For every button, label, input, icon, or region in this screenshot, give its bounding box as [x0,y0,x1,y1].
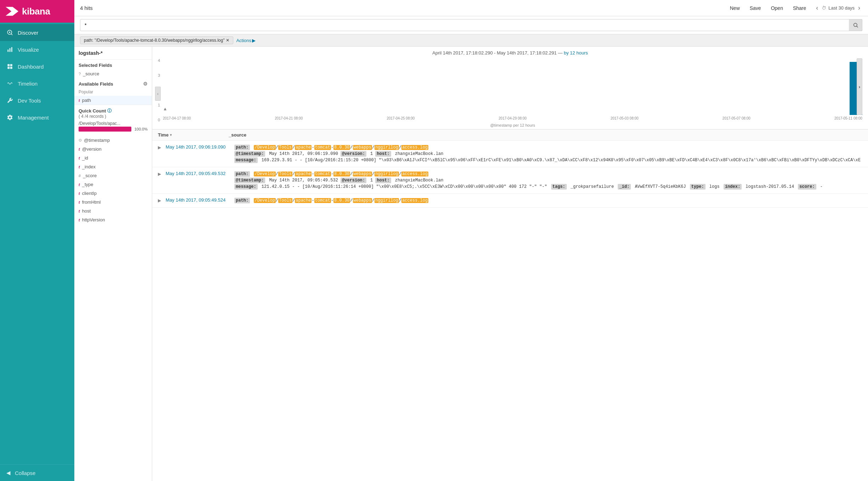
field-version[interactable]: t @version [74,145,152,153]
host-label: host: [375,151,391,157]
field-t7-icon: t [79,209,80,213]
search-button[interactable] [849,19,862,31]
highlight2-develop: /Develop [254,172,276,176]
source-column-header: _source [229,132,862,138]
field-hash-icon: # [79,174,81,178]
filter-tag[interactable]: path: "/Develop/Tools/apache-tomcat-8.0.… [80,36,233,44]
actions-chevron-icon: ▶ [252,38,256,43]
sidebar-item-timelion[interactable]: Timelion [0,75,74,92]
sidebar-label-visualize: Visualize [18,47,39,53]
sidebar-item-discover[interactable]: Discover [0,24,74,41]
time-column-header[interactable]: Time ▾ [158,132,229,138]
content-area: logstash-* Selected Fields ? _source Ava… [74,47,868,481]
sidebar-item-management[interactable]: Management [0,109,74,126]
sort-icon: ▾ [170,133,172,137]
open-button[interactable]: Open [769,4,785,12]
management-icon [6,114,13,121]
available-fields-header: Available Fields ⚙ [74,78,152,88]
highlight3-version: 8.0.30 [333,198,350,203]
sidebar-item-visualize[interactable]: Visualize [0,41,74,58]
field-host[interactable]: t host [74,207,152,215]
highlight-develop: /Develop [254,145,276,150]
selected-fields-header: Selected Fields [74,60,152,69]
collapse-button[interactable]: ◀ Collapse [0,464,74,481]
quick-count-section: Quick Count ⓘ ( 4 /4 records ) /Develop/… [74,105,152,136]
share-button[interactable]: Share [791,4,808,12]
search-bar [74,16,868,34]
highlight3-accesslog: access.log [401,198,428,203]
highlight-tools: Tools [278,145,292,150]
time-range[interactable]: ⏱ Last 30 days [822,5,855,11]
svg-rect-2 [10,48,11,52]
field-fromhtml[interactable]: t fromHtml [74,198,152,207]
chart-wrapper: ‹ 4 3 2 1 0 2017-04-17 08:00 [158,58,862,129]
nav-menu: Discover Visualize Dashboard Timelion De… [0,23,74,464]
highlight2-version: 8.0.30 [333,172,350,176]
field-clientip[interactable]: t clientIp [74,189,152,198]
count-label: /Develop/Tools/apac... [79,121,148,126]
field-score[interactable]: # _score [74,171,152,180]
field-timestamp[interactable]: ⊙ @timestamp [74,136,152,145]
time-nav: ‹ ⏱ Last 30 days › [814,4,862,12]
up-arrow-button[interactable]: ▲ [163,106,167,111]
sidebar-label-discover: Discover [18,30,38,36]
sidebar-item-dashboard[interactable]: Dashboard [0,58,74,75]
expand-button[interactable]: ▶ [158,145,163,150]
clock-icon: ⏱ [822,5,826,11]
x-axis: 2017-04-17 08:00 2017-04-21 08:00 2017-0… [163,116,862,122]
filter-actions[interactable]: Actions ▶ [236,38,256,43]
field-t3-icon: t [79,165,80,169]
path-label-2: path: [234,171,250,177]
expand-button[interactable]: ▶ [158,172,163,176]
svg-rect-3 [11,47,12,52]
main-area: 4 hits New Save Open Share ‹ ⏱ Last 30 d… [74,0,868,481]
table-row: ▶ May 14th 2017, 09:05:49.524 path: /Dev… [152,194,868,208]
result-time[interactable]: May 14th 2017, 09:05:49.532 [166,171,232,176]
save-button[interactable]: Save [748,4,763,12]
app-title: kibana [22,6,50,17]
field-id[interactable]: t _id [74,153,152,162]
next-time-button[interactable]: › [856,4,862,12]
results-area: Time ▾ _source ▶ May 14th 2017, 09:06:19… [152,129,868,481]
table-row: ▶ May 14th 2017, 09:05:49.532 path: /Dev… [152,167,868,194]
version-label-2: @version: [341,178,366,183]
svg-rect-5 [10,64,12,66]
expand-button[interactable]: ▶ [158,198,163,203]
field-index[interactable]: t _index [74,162,152,171]
gear-icon[interactable]: ⚙ [143,81,148,87]
sidebar-label-devtools: Dev Tools [18,98,41,104]
highlight-webapps: webapps [353,145,372,150]
bars-area [163,58,862,115]
field-path[interactable]: t path [74,96,152,105]
result-time[interactable]: May 14th 2017, 09:05:49.524 [166,197,232,203]
field-source[interactable]: ? _source [74,69,152,78]
message-label: message: [234,157,258,163]
count-item: /Develop/Tools/apac... 100.0% [79,121,148,132]
field-httpversion[interactable]: t httpVersion [74,215,152,224]
quick-count-sub: ( 4 /4 records ) [79,114,148,119]
search-input[interactable] [80,19,862,31]
main-panel: April 14th 2017, 17:18:02.290 - May 14th… [152,47,868,481]
collapse-icon: ◀ [6,470,11,476]
prev-time-button[interactable]: ‹ [814,4,820,12]
count-bar-fill [79,127,131,132]
new-button[interactable]: New [728,4,742,12]
results-header: Time ▾ _source [152,129,868,141]
field-type-icon: ? [79,72,81,76]
field-t2-icon: t [79,156,80,160]
field-type-t-icon: t [79,98,80,103]
chart-right-collapse-button[interactable]: › [857,58,862,115]
topbar: 4 hits New Save Open Share ‹ ⏱ Last 30 d… [74,0,868,16]
logo-area[interactable]: kibana [0,0,74,23]
chart-by-12-hours-link[interactable]: by 12 hours [564,50,588,56]
chart-collapse-button[interactable]: ‹ [155,87,161,101]
field-type[interactable]: t _type [74,180,152,189]
sidebar-label-dashboard: Dashboard [18,64,44,70]
chart-header: April 14th 2017, 17:18:02.290 - May 14th… [158,50,862,56]
quick-count-header: Quick Count ⓘ [79,108,148,114]
result-time[interactable]: May 14th 2017, 09:06:19.090 [166,144,232,150]
highlight-accesslog: access.log [401,145,428,150]
sidebar-item-devtools[interactable]: Dev Tools [0,92,74,109]
index-selector[interactable]: logstash-* [74,47,152,60]
host-label-2: host: [375,178,391,183]
